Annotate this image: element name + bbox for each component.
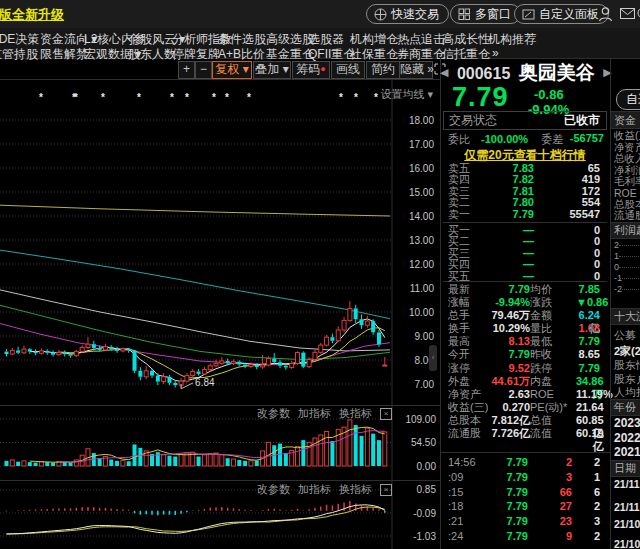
volume-menu-0[interactable]: 改参数 — [257, 406, 290, 421]
tick-count: 2 — [572, 499, 600, 514]
svg-text:109.00: 109.00 — [405, 414, 436, 425]
tick-price: 7.79 — [484, 455, 528, 470]
tick-row-1: :097.7931 — [440, 470, 610, 485]
year-header[interactable]: 年份 — [611, 399, 640, 416]
stat-value: 2.63 — [490, 388, 530, 401]
tick-volume: 27 — [528, 499, 572, 514]
stat-label: 换手 — [448, 322, 490, 335]
top-holders-header[interactable]: 十大流通 — [611, 308, 640, 325]
function-menubar: DDE决策资金流向 ▾L2核心内参个股风云 ▾分析师指数条件选股高级选股选股器机… — [0, 28, 640, 59]
tick-volume: 23 — [528, 514, 572, 529]
stat-label: ROE — [530, 388, 576, 401]
custom-panel-button[interactable]: 自定义面板 — [514, 4, 609, 24]
toolbar-画线-button[interactable]: 画线 — [331, 61, 365, 79]
year-item-2023[interactable]: 2023 — [614, 416, 640, 430]
event-marker-11: * — [374, 92, 376, 103]
svg-text:13.00: 13.00 — [409, 235, 434, 246]
volume-close-icon[interactable]: × — [380, 408, 392, 420]
macd-menu-1[interactable]: 加指标 — [298, 482, 331, 497]
fund-tab-header[interactable]: 资金 — [611, 111, 640, 129]
tick-price: 7.79 — [484, 499, 528, 514]
stat-value: 9.52 — [490, 362, 530, 375]
ask-row-2[interactable]: 卖二7.80554 — [440, 197, 610, 208]
stats-row-5: 今开7.79昨收8.65 — [440, 348, 610, 361]
svg-text:17.00: 17.00 — [409, 139, 434, 150]
toolbar-复权-button[interactable]: 复权 ▾ — [212, 61, 252, 79]
profit-gridline — [619, 278, 640, 279]
stat-label: 涨跌 — [530, 296, 576, 309]
tick-row-0: 14:567.7922 — [440, 455, 610, 470]
trading-status-row: 交易状态 已收市 — [443, 111, 607, 130]
macd-close-icon[interactable]: × — [380, 484, 392, 496]
tick-price: 7.79 — [484, 514, 528, 529]
quick-trade-button[interactable]: 快速交易 — [366, 4, 449, 24]
ma-settings-dropdown[interactable]: 设置均线 ▾ — [320, 87, 433, 102]
weibi-label: 委比 — [448, 133, 470, 145]
bid-volume: 0 — [534, 236, 600, 247]
macd-menu-0[interactable]: 改参数 — [257, 482, 290, 497]
date-item-2[interactable]: 21/10 — [614, 518, 640, 530]
toolbar-隐藏-button[interactable]: 隐藏 » — [399, 61, 433, 79]
bid-row-5[interactable]: 买五—0 — [440, 271, 610, 282]
ask-label: 卖二 — [448, 197, 486, 208]
multi-window-button[interactable]: 多窗口 — [450, 4, 521, 24]
stat-label: 跌停 — [530, 362, 576, 375]
date-item-0[interactable]: 21/11 — [614, 478, 640, 490]
event-marker-5: * — [185, 92, 187, 103]
menu-item2-3[interactable]: 股东人数 — [128, 46, 176, 63]
stats-row-4: 最高8.13最低7.79 — [440, 335, 610, 348]
stat-value: 8.13 — [490, 335, 530, 348]
prev-stock-arrow[interactable]: ◀ — [440, 66, 448, 78]
stock-nav: ◀ 000615 奥园美谷 ▶ — [440, 60, 610, 84]
stat-value: 7.79 — [490, 283, 530, 296]
stats-row-0: 最新7.79均价7.85 — [440, 283, 610, 296]
ask-row-1[interactable]: 卖一7.7955547 — [440, 209, 610, 220]
toolbar-叠加-button[interactable]: 叠加 ▾ — [253, 61, 291, 79]
fund-row-7: 流通股 — [614, 209, 640, 223]
tick-volume: 2 — [528, 455, 572, 470]
menu-item2-11[interactable]: » — [492, 46, 499, 60]
toolbar-筹码-button[interactable]: 筹码● — [292, 61, 330, 79]
year-item-2022[interactable]: 2022 — [614, 431, 640, 445]
stats-row-1: 涨幅-9.94%涨跌▼0.86 — [440, 296, 610, 309]
date-item-1[interactable]: 21/11 — [614, 501, 640, 513]
stat-label: 涨停 — [448, 362, 490, 375]
panel-collapse-handle[interactable]: ‹ — [429, 345, 437, 371]
volume-menu-1[interactable]: 加指标 — [298, 406, 331, 421]
quote-stats: 最新7.79均价7.85涨幅-9.94%涨跌▼0.86总手79.46万金额6.2… — [440, 283, 610, 440]
tick-row-5: :247.7992 — [440, 529, 610, 544]
stat-value: 8.65 — [576, 348, 600, 361]
bid-row-4[interactable]: 买四—0 — [440, 259, 610, 270]
holder-row-0: 公募 — [614, 328, 636, 343]
stat-label: 流通股 — [448, 427, 490, 453]
bid-price: — — [486, 259, 534, 270]
stat-label: 最新 — [448, 283, 490, 296]
macd-menu-2[interactable]: 换指标 — [339, 482, 372, 497]
date-header[interactable]: 日期 — [611, 460, 640, 477]
tick-time: :21 — [448, 514, 484, 529]
profit-trend-header[interactable]: 利润趋势 — [611, 222, 640, 239]
svg-text:54.50: 54.50 — [411, 437, 436, 448]
quick-trade-label: 快速交易 — [391, 7, 439, 21]
menu-item2-1[interactable]: 限售解禁 — [40, 46, 88, 63]
profit-gridline — [619, 245, 640, 246]
f10-side-column: 资金收益(三)净资产总收入净利润毛利率ROE总股本流通股利润趋势210-1-2十… — [610, 58, 640, 549]
svg-text:18.00: 18.00 — [409, 115, 434, 126]
bid-volume: 0 — [534, 259, 600, 270]
zoom-out-button[interactable]: − — [195, 61, 212, 79]
orderbook-mid-divider — [443, 222, 607, 223]
bid-volume: 0 — [534, 225, 600, 236]
year-item-2021[interactable]: 2021 — [614, 445, 640, 459]
ma-settings-label: 设置均线 — [380, 88, 424, 100]
volume-menu-2[interactable]: 换指标 — [339, 406, 372, 421]
date-item-3[interactable]: 21/10 — [614, 538, 640, 549]
tick-price: 7.79 — [484, 485, 528, 500]
menu-item2-0[interactable]: 监管持股 — [0, 46, 38, 63]
tick-list: 14:567.7922:097.7931:157.79666:187.79272… — [440, 455, 610, 544]
toolbar-简约-button[interactable]: 简约 — [366, 61, 400, 79]
promo-link[interactable]: 新版全新升级 — [0, 6, 64, 24]
volume-pane-menu: 改参数加指标换指标× — [230, 406, 392, 421]
zoom-in-button[interactable]: + — [178, 61, 195, 79]
stat-label: 均价 — [530, 283, 576, 296]
bid-price: — — [486, 271, 534, 282]
